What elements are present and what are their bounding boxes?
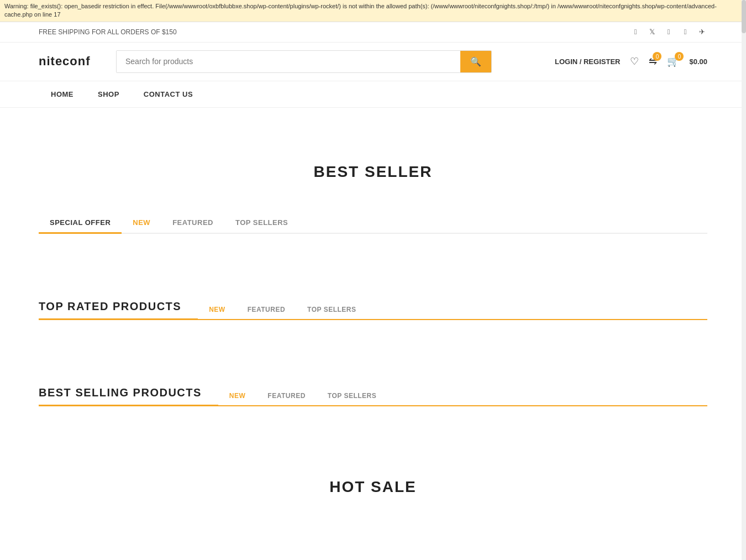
top-rated-section: TOP RATED PRODUCTS NEW FEATURED TOP SELL… (39, 300, 707, 364)
search-input[interactable] (117, 51, 460, 72)
facebook-icon[interactable]:  (630, 27, 641, 38)
login-register-link[interactable]: LOGIN / REGISTER (555, 57, 620, 66)
hot-sale-title: HOT SALE (39, 478, 707, 496)
scrollbar[interactable] (742, 0, 746, 518)
top-rated-tab-new[interactable]: NEW (198, 300, 237, 319)
tab-special-offer[interactable]: SPECIAL OFFER (39, 213, 122, 234)
logo[interactable]: niteconf (39, 54, 105, 69)
top-rated-tabs: NEW FEATURED TOP SELLERS (198, 300, 707, 319)
tab-new-best[interactable]: NEW (122, 213, 161, 232)
warning-text: Warning: file_exists(): open_basedir res… (4, 3, 717, 18)
announcement-bar: FREE SHIPPING FOR ALL ORDERS OF $150  𝕏… (0, 22, 746, 43)
best-selling-tab-featured[interactable]: FEATURED (256, 386, 316, 405)
x-twitter-icon[interactable]: 𝕏 (647, 27, 658, 38)
best-seller-tabs: SPECIAL OFFER NEW FEATURED TOP SELLERS (39, 213, 707, 234)
tab-featured-best[interactable]: FEATURED (161, 213, 224, 232)
header: niteconf 🔍 LOGIN / REGISTER ♡ ⇋ 0 🛒 0 $0… (0, 43, 746, 81)
best-seller-section: BEST SELLER SPECIAL OFFER NEW FEATURED T… (39, 130, 707, 278)
nav-item-contact[interactable]: CONTACT US (132, 81, 205, 107)
compare-icon[interactable]: ⇋ 0 (649, 55, 657, 67)
tab-top-sellers-best[interactable]: TOP SELLERS (224, 213, 299, 232)
social-icons-group:  𝕏   ✈ (630, 27, 707, 38)
top-rated-title: TOP RATED PRODUCTS (39, 300, 198, 320)
linkedin-icon[interactable]:  (680, 27, 691, 38)
compare-badge: 0 (653, 52, 661, 61)
main-content: BEST SELLER SPECIAL OFFER NEW FEATURED T… (0, 130, 746, 496)
best-seller-title: BEST SELLER (39, 163, 707, 181)
best-selling-title: BEST SELLING PRODUCTS (39, 386, 218, 406)
scrollbar-thumb[interactable] (742, 0, 746, 33)
wishlist-icon[interactable]: ♡ (630, 55, 639, 67)
header-right: LOGIN / REGISTER ♡ ⇋ 0 🛒 0 $0.00 (555, 55, 707, 67)
nav-item-shop[interactable]: SHOP (86, 81, 132, 107)
best-selling-row: BEST SELLING PRODUCTS NEW FEATURED TOP S… (39, 386, 707, 406)
best-selling-tab-top-sellers[interactable]: TOP SELLERS (317, 386, 387, 405)
best-selling-tab-new[interactable]: NEW (218, 386, 257, 405)
top-rated-tab-top-sellers[interactable]: TOP SELLERS (296, 300, 367, 319)
pinterest-icon[interactable]:  (663, 27, 674, 38)
cart-badge: 0 (675, 52, 684, 61)
search-button[interactable]: 🔍 (460, 51, 491, 72)
main-nav: HOME SHOP CONTACT US (0, 81, 746, 108)
telegram-icon[interactable]: ✈ (696, 27, 707, 38)
top-rated-tab-featured[interactable]: FEATURED (237, 300, 296, 319)
search-icon: 🔍 (470, 57, 481, 66)
search-bar: 🔍 (116, 50, 492, 73)
top-rated-row: TOP RATED PRODUCTS NEW FEATURED TOP SELL… (39, 300, 707, 320)
cart-icon[interactable]: 🛒 0 (667, 55, 679, 67)
cart-amount: $0.00 (689, 57, 707, 66)
best-selling-tabs: NEW FEATURED TOP SELLERS (218, 386, 707, 405)
announcement-text: FREE SHIPPING FOR ALL ORDERS OF $150 (39, 28, 177, 36)
warning-bar: Warning: file_exists(): open_basedir res… (0, 0, 746, 22)
nav-item-home[interactable]: HOME (39, 81, 86, 107)
best-selling-section: BEST SELLING PRODUCTS NEW FEATURED TOP S… (39, 386, 707, 451)
hot-sale-section: HOT SALE (39, 478, 707, 496)
